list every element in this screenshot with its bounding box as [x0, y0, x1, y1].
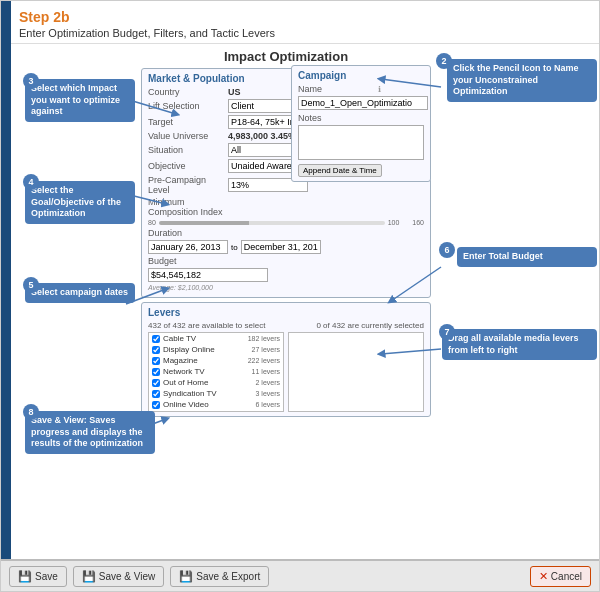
slider-max: 160 — [412, 219, 424, 226]
badge-3: 3 — [23, 73, 39, 89]
save-export-label: Save & Export — [196, 571, 260, 582]
lever-count: 6 levers — [255, 401, 280, 408]
panel-title: Impact Optimization — [141, 49, 431, 64]
levers-header: 432 of 432 are available to select 0 of … — [148, 321, 424, 330]
lever-checkbox[interactable] — [152, 346, 160, 354]
campaign-panel: Campaign Name ℹ Notes Append Date & Time — [291, 65, 431, 182]
list-item[interactable]: Online Video6 levers — [149, 399, 283, 410]
page-wrapper: Step 2b Enter Optimization Budget, Filte… — [0, 0, 600, 592]
levers-left-count: 432 of 432 are available to select — [148, 321, 265, 330]
budget-row: Budget — [148, 256, 424, 266]
slider-mid: 100 — [388, 219, 400, 226]
lever-label: Out of Home — [163, 378, 208, 387]
duration-from-input[interactable] — [148, 240, 228, 254]
append-date-button[interactable]: Append Date & Time — [298, 164, 382, 177]
badge-2: 2 — [436, 53, 452, 69]
list-item[interactable]: Syndication TV3 levers — [149, 388, 283, 399]
main-area: Impact Optimization Market & Population … — [11, 49, 599, 559]
save-export-button[interactable]: 💾 Save & Export — [170, 566, 269, 587]
badge-4: 4 — [23, 174, 39, 190]
campaign-name-input[interactable] — [298, 96, 428, 110]
step-label: Step 2b — [19, 9, 589, 25]
save-icon: 💾 — [18, 570, 32, 583]
campaign-notes-row: Notes — [298, 113, 424, 123]
list-item[interactable]: Display Online27 levers — [149, 344, 283, 355]
country-value: US — [228, 87, 241, 97]
list-item[interactable]: Cable TV182 levers — [149, 333, 283, 344]
callout-5: Select campaign dates — [25, 283, 135, 303]
min-comp-slider: 80 100 160 — [148, 219, 424, 226]
save-label: Save — [35, 571, 58, 582]
lever-checkbox[interactable] — [152, 357, 160, 365]
duration-dates-row: to — [148, 240, 424, 254]
levers-section: Levers 432 of 432 are available to selec… — [141, 302, 431, 417]
campaign-title: Campaign — [298, 70, 424, 81]
slider-track — [159, 221, 385, 225]
badge-6: 6 — [439, 242, 455, 258]
callout-6: Enter Total Budget — [457, 247, 597, 267]
levers-right-count: 0 of 432 are currently selected — [316, 321, 424, 330]
budget-avg-row: Average: $2,100,000 — [148, 284, 424, 291]
list-item[interactable]: Out of Home2 levers — [149, 377, 283, 388]
pre-campaign-label: Pre-Campaign Level — [148, 175, 228, 195]
cancel-button[interactable]: ✕ Cancel — [530, 566, 591, 587]
target-label: Target — [148, 117, 228, 127]
lever-count: 11 levers — [252, 368, 280, 375]
badge-7: 7 — [439, 324, 455, 340]
lever-checkbox[interactable] — [152, 379, 160, 387]
info-icon: ℹ — [378, 85, 381, 94]
lever-count: 222 levers — [248, 357, 280, 364]
budget-value-row — [148, 268, 424, 282]
callout-7: Drag all available media levers from lef… — [442, 329, 597, 360]
duration-label: Duration — [148, 228, 228, 238]
campaign-section: Campaign Name ℹ Notes Append Date & Time — [291, 65, 431, 182]
cancel-icon: ✕ — [539, 570, 548, 583]
list-item[interactable]: Magazine222 levers — [149, 355, 283, 366]
lever-count: 182 levers — [248, 335, 280, 342]
lever-label: Network TV — [163, 367, 205, 376]
header: Step 2b Enter Optimization Budget, Filte… — [1, 1, 599, 44]
step-subtitle: Enter Optimization Budget, Filters, and … — [19, 27, 589, 39]
budget-input[interactable] — [148, 268, 268, 282]
lever-count: 2 levers — [255, 379, 280, 386]
save-view-button[interactable]: 💾 Save & View — [73, 566, 165, 587]
country-label: Country — [148, 87, 228, 97]
save-view-label: Save & View — [99, 571, 156, 582]
lever-checkbox[interactable] — [152, 335, 160, 343]
campaign-name-label: Name — [298, 84, 378, 94]
slider-min: 80 — [148, 219, 156, 226]
budget-label: Budget — [148, 256, 228, 266]
callout-4: Select the Goal/Objective of the Optimiz… — [25, 181, 135, 224]
callout-2: Click the Pencil Icon to Name your Uncon… — [447, 59, 597, 102]
duration-to-label: to — [231, 243, 238, 252]
lever-label: Cable TV — [163, 334, 196, 343]
campaign-notes-label: Notes — [298, 113, 378, 123]
callout-3: Select which Impact you want to optimize… — [25, 79, 135, 122]
value-universe-value: 4,983,000 3.45% — [228, 131, 296, 141]
campaign-name-row: Name ℹ — [298, 84, 424, 94]
lever-label: Syndication TV — [163, 389, 217, 398]
lever-label: Magazine — [163, 356, 198, 365]
lift-label: Lift Selection — [148, 101, 228, 111]
callout-8: Save & View: Saves progress and displays… — [25, 411, 155, 454]
lever-label: Display Online — [163, 345, 215, 354]
min-comp-row: Minimum Composition Index — [148, 197, 424, 217]
lever-label: Online Video — [163, 400, 209, 409]
badge-5: 5 — [23, 277, 39, 293]
levers-body: Cable TV182 levers Display Online27 leve… — [148, 332, 424, 412]
left-stripe — [1, 1, 11, 591]
lever-count: 3 levers — [255, 390, 280, 397]
duration-row: Duration — [148, 228, 424, 238]
lever-checkbox[interactable] — [152, 401, 160, 409]
campaign-notes-input[interactable] — [298, 125, 424, 160]
list-item[interactable]: Network TV11 levers — [149, 366, 283, 377]
levers-title: Levers — [148, 307, 424, 318]
lever-checkbox[interactable] — [152, 390, 160, 398]
save-button[interactable]: 💾 Save — [9, 566, 67, 587]
levers-left-panel[interactable]: Cable TV182 levers Display Online27 leve… — [148, 332, 284, 412]
lever-count: 27 levers — [252, 346, 280, 353]
duration-to-input[interactable] — [241, 240, 321, 254]
situation-label: Situation — [148, 145, 228, 155]
lever-checkbox[interactable] — [152, 368, 160, 376]
levers-right-panel[interactable] — [288, 332, 424, 412]
